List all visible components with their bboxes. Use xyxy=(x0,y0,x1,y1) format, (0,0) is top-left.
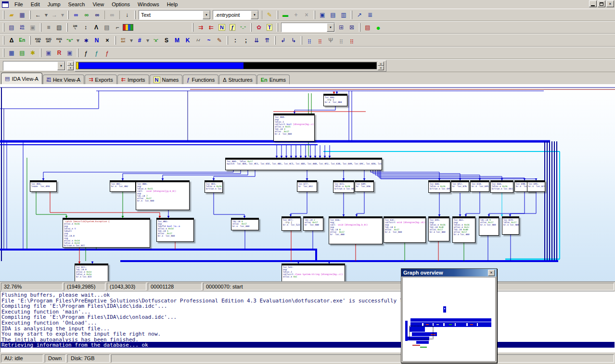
graph-node-loc_6CC[interactable]: loc_6CC:ldc.i4.0stloc.s 0x1eldloc.s 0x1e… xyxy=(75,264,108,282)
search-disabled-icon[interactable]: ∞ xyxy=(107,10,117,20)
semicolon-comment-icon[interactable]: ; xyxy=(241,36,251,45)
navband-left-spinner[interactable]: ▴▾ xyxy=(67,62,74,70)
processor-icon[interactable]: ▣ xyxy=(27,23,38,32)
navigation-band[interactable] xyxy=(78,62,377,69)
window-x-icon[interactable]: ⊠ xyxy=(346,23,357,32)
manual-icon[interactable]: M xyxy=(172,36,182,45)
code-icon[interactable]: 0101 COD xyxy=(33,36,43,45)
menu-file[interactable]: File xyxy=(11,1,27,8)
data-icon[interactable]: 0101 DAT xyxy=(43,36,54,45)
graph-overview-close-button[interactable]: × xyxy=(488,270,495,276)
tile-vertical-icon[interactable]: ▥ xyxy=(338,10,349,20)
graph-node-loc_6A6[interactable]: loc_6A6:ldloc.s 0x16brtrue.s loc_695 xyxy=(428,180,450,193)
offset-dropdown-icon[interactable]: ▾ xyxy=(128,36,134,45)
output-line[interactable]: IDA is analysing the input file... xyxy=(0,326,615,331)
functions-icon[interactable]: ƒ xyxy=(227,23,238,32)
status-lamp-icon[interactable]: ● xyxy=(373,23,384,32)
graph-overview-window[interactable]: Graph overview × xyxy=(401,268,497,363)
search-binary-icon[interactable]: ∞ xyxy=(92,10,102,20)
function-type-icon[interactable]: ƒ xyxy=(102,48,112,58)
callgraph-blue-icon[interactable]: ⣶ xyxy=(304,36,315,45)
plugin-icon[interactable]: ✱ xyxy=(27,48,38,58)
forward-icon[interactable]: → xyxy=(49,10,60,20)
char-icon[interactable]: 'x' xyxy=(151,36,161,45)
exports-icon[interactable]: ⇉ xyxy=(195,23,206,32)
script-icon[interactable]: ▤ xyxy=(17,48,27,58)
menu-view[interactable]: View xyxy=(89,1,108,8)
search-text-combo[interactable]: Text▼ xyxy=(139,10,211,20)
output-line[interactable]: Executing function 'main'... xyxy=(0,309,615,314)
tab-hex-view-a[interactable]: 101 011Hex View-A xyxy=(43,75,84,84)
colon-comment-icon[interactable]: : xyxy=(230,36,241,45)
graph-node-loc_6C5[interactable]: loc_6C5:ldloc.s 0x16brtrue.s loc_661 xyxy=(333,180,354,193)
graph-node-loc_4E5[interactable]: loc_4E5:ldloc.s 0x16brtrue.s loc_4F2 xyxy=(205,180,223,193)
output-line[interactable]: The initial autoanalysis has been finish… xyxy=(0,337,615,342)
output-line[interactable]: Executing function 'OnLoad'... xyxy=(0,320,615,326)
graph-node-catch_handler[interactable]: catch [mscorlib]System.Exception {stloc.… xyxy=(63,218,150,248)
callgraph-gray-icon[interactable]: ⣶ xyxy=(336,36,346,45)
hex-dump-icon[interactable]: 101 011 xyxy=(17,23,27,32)
callgraph-y-icon[interactable]: Ψ xyxy=(325,36,336,45)
print-icon[interactable]: ▤ xyxy=(102,23,112,32)
tab-enums[interactable]: EnEnums xyxy=(257,75,290,84)
graph-node-loc_4F7[interactable]: loc_4F7: .try {br.s loc_522 xyxy=(282,216,301,231)
struct-data-icon[interactable]: 0101 Δ xyxy=(54,36,64,45)
back-icon[interactable]: ← xyxy=(33,10,43,20)
remove-item-icon[interactable]: ▬ xyxy=(280,10,291,20)
output-line[interactable]: Retrieving information from the database… xyxy=(0,342,615,348)
graph-overview-titlebar[interactable]: Graph overview × xyxy=(401,269,497,276)
restore-button[interactable] xyxy=(598,0,605,7)
callgraph-red-icon[interactable]: ⣶ xyxy=(315,36,325,45)
tab-ida-view-a[interactable]: ▤IDA View-A xyxy=(1,73,42,84)
leave-function-icon[interactable]: ↳ xyxy=(288,36,299,45)
calculator-icon[interactable]: ▦ xyxy=(6,48,17,58)
graph-node-loc_4D6[interactable]: loc_4D6:leave loc_4F8 xyxy=(30,180,57,192)
graph-node-loc_484[interactable]: loc_484:nopldloc.1callvirt bool [dtengin… xyxy=(273,113,315,141)
segment-icon[interactable]: S xyxy=(161,36,172,45)
graph-node-loc_6F2[interactable]: loc_6F2:br loc_676 xyxy=(451,180,469,192)
save-icon[interactable]: ▦ xyxy=(17,10,27,20)
graph-node-loc_522[interactable]: loc_522:nopldloc.1callvirt class System.… xyxy=(282,264,345,282)
spin-down-icon[interactable]: ▾ xyxy=(67,66,74,70)
graph-node-case_6[interactable]: ldc.i4 6stloc 0x17br.s loc_4A0 xyxy=(231,218,259,230)
graph-node-loc_618[interactable]: loc_618:br.s loc_695 xyxy=(470,180,489,192)
windows-list-icon[interactable]: ≣ xyxy=(365,10,375,20)
graph-node-loc_4B4[interactable]: loc_4B4:nopldloc.s 0x15call void [dtengi… xyxy=(136,180,190,210)
delete-item-icon[interactable]: × xyxy=(301,10,312,20)
name-filter-combo[interactable]: ▼ xyxy=(281,23,335,32)
edit-comment-icon[interactable]: ✎ xyxy=(214,36,225,45)
tab-structures[interactable]: ΔStructures xyxy=(219,75,256,84)
highlighter-icon[interactable]: ✎ xyxy=(264,10,275,20)
tab-imports[interactable]: ⇇Imports xyxy=(117,75,149,84)
strings-icon[interactable]: ".." xyxy=(238,23,248,32)
tab-names[interactable]: NNames xyxy=(150,75,183,84)
navband-combo-dropdown-icon[interactable]: ▼ xyxy=(57,62,65,70)
cascade-windows-icon[interactable]: ▣ xyxy=(317,10,328,20)
graph-layout-icon[interactable]: Λ xyxy=(91,23,102,32)
tile-horizontal-icon[interactable]: ▤ xyxy=(328,10,338,20)
disassembly-view-icon[interactable]: ▤ xyxy=(6,23,17,32)
string-dropdown-icon[interactable]: ▾ xyxy=(75,36,81,45)
offset-icon[interactable]: Off dat xyxy=(118,36,128,45)
search-text-icon[interactable]: ∞ xyxy=(71,10,81,20)
graph-node-loc_4B2[interactable]: loc_4B2:nopldsfld bool la::astloc.s 0x1d… xyxy=(156,218,194,242)
graph-node-loc_6C9[interactable]: loc_6C9:ldloc 0x17br.s loc_4A0 xyxy=(502,216,519,235)
enter-function-icon[interactable]: ↲ xyxy=(278,36,288,45)
stack-var-icon[interactable]: ⇊ xyxy=(251,36,262,45)
number-icon[interactable]: # xyxy=(134,36,145,45)
minimize-button[interactable] xyxy=(589,0,597,7)
output-window[interactable]: Flushing buffers, please wait...okFile '… xyxy=(0,291,615,352)
search-text-combo-dropdown-icon[interactable]: ▼ xyxy=(203,11,210,19)
spin-down-icon[interactable]: ▾ xyxy=(378,66,384,70)
graph-node-loc_649[interactable]: loc_649:br loc_656 xyxy=(355,180,374,192)
search-next-icon[interactable]: ∞ xyxy=(81,10,92,20)
menu-options[interactable]: Options xyxy=(108,1,134,8)
names-icon[interactable]: N xyxy=(217,23,227,32)
text-view-icon[interactable]: ≡ xyxy=(43,23,54,32)
recent-window-icon[interactable]: R xyxy=(54,48,64,58)
output-line[interactable]: Compiling file 'E:\Program Files\IDA\idc… xyxy=(0,314,615,320)
pop-window-icon[interactable]: ↗ xyxy=(354,10,365,20)
graph-node-loc_63C[interactable]: loc_63C:callvirt void [dtengine]bg::d()n… xyxy=(384,216,426,243)
output-line[interactable]: Compiling file 'E:\Program Files\IDA\idc… xyxy=(0,303,615,309)
string-literal-icon[interactable]: "s" xyxy=(64,36,75,45)
